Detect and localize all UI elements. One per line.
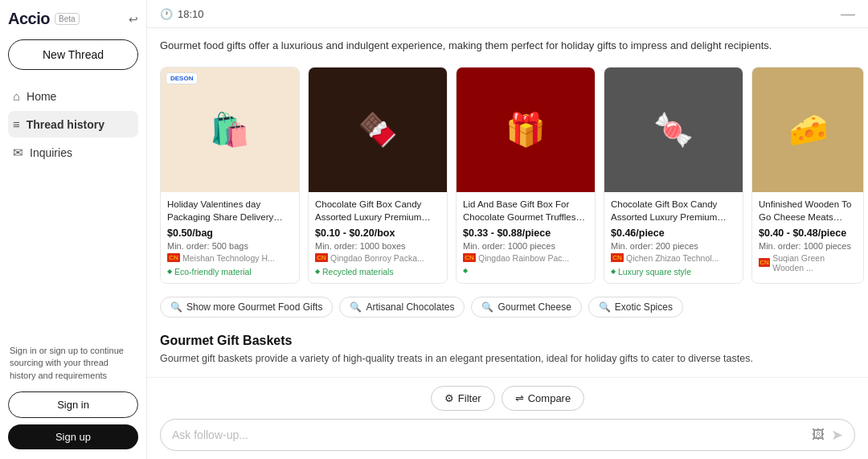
product-card[interactable]: 🎁 Lid And Base Gift Box For Chocolate Go… [456,67,596,284]
product-supplier: CN Qingdao Bonroy Packa... [315,253,440,263]
inquiries-icon: ✉ [13,145,23,160]
product-image: 🧀 [752,68,864,192]
filter-icon: ⚙ [444,392,454,404]
new-thread-button[interactable]: New Thread [8,39,138,70]
time-value: 18:10 [178,8,204,20]
sidebar-header: Accio Beta ↩ [8,10,138,28]
compare-button[interactable]: ⇌ Compare [502,386,584,411]
sidebar-item-thread-history[interactable]: ≡ Thread history [8,111,138,137]
product-card[interactable]: 🍫 Chocolate Gift Box Candy Assorted Luxu… [308,67,448,284]
category-tag-label: Gourmet Cheese [497,301,571,313]
category-tag-cheese[interactable]: 🔍 Gourmet Cheese [471,297,581,318]
product-min-order: Min. order: 200 pieces [611,241,736,251]
thread-history-icon: ≡ [13,117,20,131]
cn-flag: CN [611,253,624,262]
sidebar-item-inquiries-label: Inquiries [30,146,72,159]
product-info: Unfinished Wooden To Go Cheese Meats Pla… [752,192,863,283]
section2-description: Gourmet gift baskets provide a variety o… [160,351,855,367]
logo-area: Accio Beta [8,10,80,28]
product-image: DESON 🛍️ [161,68,299,192]
cn-flag: CN [167,253,180,262]
section2-title: Gourmet Gift Baskets [160,334,855,348]
product-tag: Recycled materials [315,267,440,277]
home-icon: ⌂ [13,89,20,103]
product-min-order: Min. order: 500 bags [167,241,293,251]
product-tag: Eco-friendly material [167,267,293,277]
sidebar-item-home[interactable]: ⌂ Home [8,83,138,109]
product-name: Lid And Base Gift Box For Chocolate Gour… [463,198,588,223]
cn-flag: CN [315,253,328,262]
filter-label: Filter [458,392,481,404]
product-min-order: Min. order: 1000 pieces [463,241,588,251]
send-icon[interactable]: ➤ [831,426,843,444]
product-supplier: CN Qingdao Rainbow Pac... [463,253,588,263]
sidebar-item-home-label: Home [27,90,56,103]
compare-label: Compare [528,392,571,404]
product-image: 🍬 [604,68,743,192]
product-info: Chocolate Gift Box Candy Assorted Luxury… [604,192,743,283]
product-min-order: Min. order: 1000 pieces [759,241,857,251]
bottom-bar: ⚙ Filter ⇌ Compare 🖼 ➤ [147,377,868,459]
product-tag: Luxury square style [611,267,736,277]
beta-badge: Beta [55,13,80,25]
clock-icon: 🕐 [160,8,173,20]
product-name: Holiday Valentines day Packaging Share D… [167,198,293,223]
sign-up-button[interactable]: Sign up [8,424,138,449]
sign-in-prompt: Sign in or sign up to continue sourcing … [8,345,138,382]
time-indicator: 🕐 18:10 [160,8,204,20]
category-tag-spices[interactable]: 🔍 Exotic Spices [588,297,683,318]
product-grid: DESON 🛍️ Holiday Valentines day Packagin… [160,67,855,284]
deson-logo-badge: DESON [166,72,198,84]
search-icon: 🔍 [481,301,493,313]
category-tag-label: Artisanal Chocolates [366,301,454,313]
intro-text: Gourmet food gifts offer a luxurious and… [160,38,855,54]
ask-followup-input[interactable] [172,428,812,441]
product-card[interactable]: DESON 🛍️ Holiday Valentines day Packagin… [160,67,300,284]
product-supplier: CN Meishan Technology H... [167,253,293,263]
category-tag-artisanal[interactable]: 🔍 Artisanal Chocolates [339,297,465,318]
category-tag-gourmet-food[interactable]: 🔍 Show more Gourmet Food Gifts [160,297,333,318]
cn-flag: CN [759,258,770,267]
product-info: Holiday Valentines day Packaging Share D… [161,192,299,283]
product-card[interactable]: 🧀 Unfinished Wooden To Go Cheese Meats P… [751,67,864,284]
product-tag [463,267,588,274]
filter-button[interactable]: ⚙ Filter [431,386,495,411]
product-price: $0.40 - $0.48/piece [759,227,857,239]
sidebar: Accio Beta ↩ New Thread ⌂ Home ≡ Thread … [0,0,147,459]
ask-input-row: 🖼 ➤ [160,419,855,451]
product-name: Unfinished Wooden To Go Cheese Meats Pla… [759,198,857,223]
logo: Accio [8,10,50,28]
cn-flag: CN [463,253,476,262]
category-tag-label: Exotic Spices [615,301,673,313]
product-min-order: Min. order: 1000 boxes [315,241,440,251]
search-icon: 🔍 [170,301,182,313]
product-price: $0.33 - $0.88/piece [463,227,588,239]
category-tag-label: Show more Gourmet Food Gifts [186,301,322,313]
main-content: 🕐 18:10 — Gourmet food gifts offer a lux… [147,0,868,459]
product-price: $0.10 - $0.20/box [315,227,440,239]
product-card[interactable]: 🍬 Chocolate Gift Box Candy Assorted Luxu… [604,67,743,284]
product-price: $0.50/bag [167,227,293,239]
product-info: Lid And Base Gift Box For Chocolate Gour… [457,192,595,281]
product-image: 🍫 [309,68,447,192]
product-info: Chocolate Gift Box Candy Assorted Luxury… [309,192,447,283]
product-image: 🎁 [457,68,595,192]
filter-compare-row: ⚙ Filter ⇌ Compare [160,386,855,411]
product-supplier: CN Suqian Green Wooden ... [759,253,857,273]
compare-icon: ⇌ [515,392,524,404]
close-button[interactable]: — [841,6,855,21]
product-name: Chocolate Gift Box Candy Assorted Luxury… [611,198,736,223]
product-name: Chocolate Gift Box Candy Assorted Luxury… [315,198,440,223]
product-price: $0.46/piece [611,227,736,239]
search-icon: 🔍 [599,301,611,313]
top-bar: 🕐 18:10 — [147,0,868,28]
section2-header: Gourmet Gift Baskets Gourmet gift basket… [160,334,855,367]
sidebar-item-inquiries[interactable]: ✉ Inquiries [8,139,138,166]
search-icon: 🔍 [350,301,362,313]
collapse-button[interactable]: ↩ [129,13,138,26]
category-tags: 🔍 Show more Gourmet Food Gifts 🔍 Artisan… [160,297,855,318]
sign-in-button[interactable]: Sign in [8,391,138,418]
sidebar-item-thread-history-label: Thread history [27,118,104,131]
image-icon: 🖼 [812,428,825,442]
product-supplier: CN Qichen Zhizao Technol... [611,253,736,263]
